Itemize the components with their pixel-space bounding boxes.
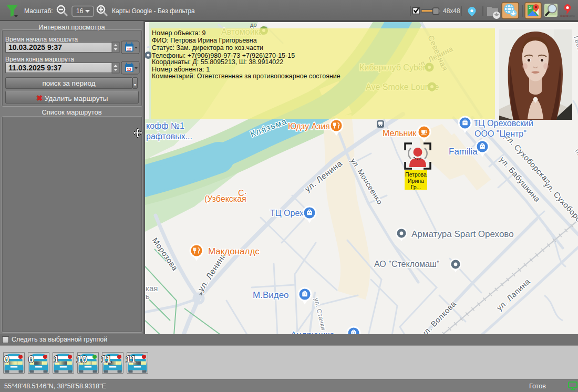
svg-text:(Узбекская: (Узбекская [204, 194, 246, 203]
svg-text:до: до [250, 22, 257, 28]
svg-text:ТЦ Орех: ТЦ Орех [270, 209, 304, 218]
svg-text:Андрюшка: Андрюшка [291, 330, 335, 334]
svg-text:S: S [529, 5, 532, 10]
svg-text:кофф №1: кофф №1 [146, 121, 184, 130]
svg-text:Координаты: Д: 55.8095213, Ш:: Координаты: Д: 55.8095213, Ш: 38.9914022 [152, 58, 283, 66]
svg-text:12: 12 [127, 47, 131, 51]
svg-text:12: 12 [127, 67, 131, 72]
svg-text:Familia: Familia [449, 147, 478, 157]
svg-text:Ирина: Ирина [408, 178, 424, 184]
svg-text:Статус: Зам. директора по хоз.: Статус: Зам. директора по хоз.части [152, 44, 263, 51]
svg-text:Арматура Spart Орехово: Арматура Spart Орехово [411, 229, 514, 239]
svg-text:Номер объекта: 9: Номер объекта: 9 [152, 29, 206, 37]
svg-text:ь: ь [146, 292, 150, 301]
svg-text:11: 11 [101, 354, 112, 365]
svg-text:Мельник: Мельник [383, 129, 417, 138]
svg-text:ТЦ Ореховский: ТЦ Ореховский [473, 119, 533, 128]
svg-text:М.Видео: М.Видео [253, 290, 289, 300]
svg-text:ООО "Центр": ООО "Центр" [474, 129, 527, 138]
svg-text:Макдоналдс: Макдоналдс [208, 246, 260, 256]
svg-text:Номер абонента: 1: Номер абонента: 1 [152, 66, 210, 73]
svg-text:рафтовых...: рафтовых... [146, 132, 192, 141]
svg-text:Петрова: Петрова [405, 171, 427, 178]
svg-text:11: 11 [126, 354, 137, 365]
svg-text:Гр...: Гр... [411, 184, 421, 190]
svg-text:10: 10 [76, 354, 87, 365]
svg-text:Комментарий: Ответственная за: Комментарий: Ответственная за противопож… [152, 73, 340, 80]
svg-text:Юдзу Азия: Юдзу Азия [288, 122, 330, 131]
svg-text:АО "Стекломаш": АО "Стекломаш" [374, 260, 440, 269]
svg-text:ЯндексКарты: ЯндексКарты [560, 15, 575, 17]
svg-text:0: 0 [4, 354, 9, 365]
svg-text:0: 0 [28, 354, 34, 365]
svg-text:ФИО: Петрова Ирина Григорьевна: ФИО: Петрова Ирина Григорьевна [152, 37, 257, 44]
svg-text:1: 1 [54, 354, 59, 365]
